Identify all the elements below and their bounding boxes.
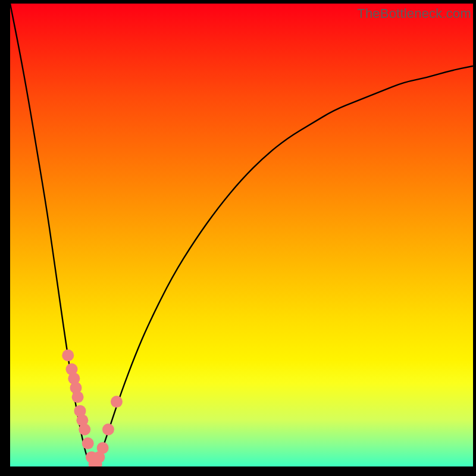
data-point: [72, 391, 84, 403]
bottleneck-curve-right: [93, 66, 473, 466]
chart-frame: TheBottleneck.com: [0, 0, 476, 476]
data-point: [79, 424, 90, 436]
gradient-plot-area: [10, 4, 473, 466]
bottleneck-curve-left: [10, 4, 93, 466]
data-point: [74, 405, 86, 417]
data-point: [89, 458, 101, 466]
data-point: [62, 349, 74, 361]
data-point: [76, 414, 88, 426]
data-point: [90, 458, 102, 466]
data-point: [86, 451, 98, 463]
data-point: [97, 442, 109, 454]
data-point: [102, 424, 114, 436]
data-point: [111, 396, 123, 408]
data-point: [70, 382, 82, 394]
curve-overlay: [10, 4, 473, 466]
data-point: [68, 372, 80, 384]
data-point: [93, 451, 105, 463]
data-point: [65, 364, 77, 375]
data-point: [82, 437, 94, 449]
